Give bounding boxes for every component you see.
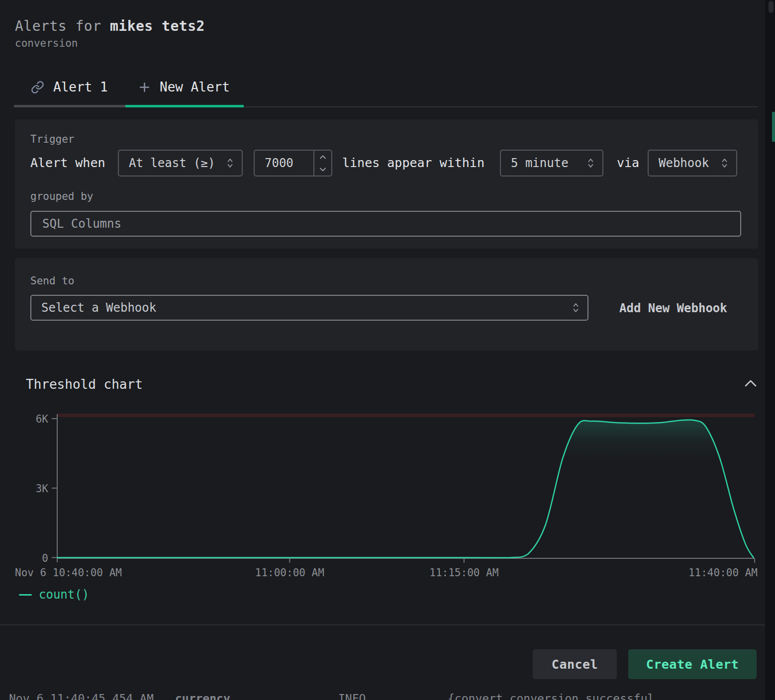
chevron-up-down-icon: [572, 301, 580, 314]
condition-select[interactable]: At least (≥): [118, 150, 243, 176]
log-timestamp: Nov 6 11:40:45.454 AM: [9, 692, 154, 700]
send-to-panel: Send to Select a Webhook Add New Webhook: [15, 258, 758, 350]
x-tick-label: 11:40:00 AM: [688, 567, 758, 579]
y-tick-label: 6K: [36, 413, 49, 425]
x-tick-label: 11:15:00 AM: [429, 567, 498, 579]
alert-dialog: Alerts for mikes tets2 conversion Alert …: [0, 0, 775, 700]
chart-legend: count(): [19, 588, 89, 602]
alert-modal-surface: Alerts for mikes tets2 conversion Alert …: [0, 0, 765, 700]
add-new-webhook-button[interactable]: Add New Webhook: [619, 301, 727, 315]
x-tick-label: 11:00:00 AM: [255, 567, 324, 579]
plus-icon: [138, 81, 151, 93]
threshold-chart-title: Threshold chart: [26, 377, 143, 392]
threshold-band: [57, 414, 755, 417]
background-log-row: Nov 6 11:40:45.454 AM currency INFO {con…: [0, 692, 775, 700]
webhook-select-value: Select a Webhook: [41, 301, 156, 315]
channel-select-value: Webhook: [659, 156, 709, 170]
spinner-down-button[interactable]: [314, 163, 331, 175]
lines-appear-label: lines appear within: [342, 156, 484, 170]
scrollbar-track[interactable]: [765, 0, 775, 700]
scrollbar-thumb[interactable]: [769, 1, 774, 13]
chevron-up-down-icon: [721, 157, 728, 170]
condition-select-value: At least (≥): [129, 156, 215, 170]
tab-alert-1[interactable]: Alert 1: [31, 80, 108, 94]
cancel-button[interactable]: Cancel: [533, 649, 617, 679]
x-tick-label: Nov 6 10:40:00 AM: [15, 567, 122, 579]
send-to-label: Send to: [30, 275, 75, 287]
threshold-input[interactable]: [255, 151, 313, 175]
log-message: {convert conversion successful: [448, 692, 654, 700]
series-area: [57, 420, 754, 558]
footer-divider: [0, 624, 775, 625]
threshold-chart: 6K3K0Nov 6 10:40:00 AM11:00:00 AM11:15:0…: [0, 408, 775, 582]
tabs-bottom-border: [244, 106, 758, 107]
log-service: currency: [175, 692, 230, 700]
alert-when-label: Alert when: [30, 156, 105, 170]
y-tick-label: 3K: [36, 483, 49, 495]
legend-line-swatch: [19, 594, 32, 596]
channel-select[interactable]: Webhook: [648, 150, 737, 176]
tab-inactive-underline: [14, 105, 125, 107]
page-title: Alerts for mikes tets2: [15, 18, 205, 34]
chevron-up-icon: [743, 379, 758, 388]
collapse-chart-button[interactable]: [743, 379, 758, 388]
page-subtitle: conversion: [15, 37, 78, 49]
tab-new-alert[interactable]: New Alert: [138, 80, 230, 94]
chevron-down-icon: [319, 167, 327, 172]
tab-new-alert-label: New Alert: [160, 80, 230, 94]
log-level: INFO: [338, 692, 366, 700]
tab-active-underline: [125, 105, 244, 107]
time-window-select[interactable]: 5 minute: [500, 150, 603, 176]
trigger-section-label: Trigger: [30, 133, 75, 145]
time-window-value: 5 minute: [511, 156, 569, 170]
legend-series-label: count(): [39, 588, 89, 602]
grouped-by-input[interactable]: [30, 211, 741, 237]
page-title-source-name: mikes tets2: [110, 18, 205, 34]
threshold-spinner: [313, 151, 331, 175]
webhook-select[interactable]: Select a Webhook: [30, 295, 588, 321]
chevron-up-down-icon: [226, 157, 234, 170]
chevron-up-down-icon: [587, 157, 594, 170]
grouped-by-label: grouped by: [30, 190, 93, 202]
spinner-up-button[interactable]: [314, 151, 331, 163]
via-label: via: [617, 156, 639, 170]
right-edge-green-sliver: [772, 112, 775, 142]
threshold-input-group: [254, 150, 332, 176]
link-icon: [31, 81, 44, 94]
trigger-panel: Trigger Alert when At least (≥): [15, 119, 758, 249]
page-title-prefix: Alerts for: [15, 18, 101, 34]
chevron-up-icon: [319, 155, 327, 160]
tab-alert-1-label: Alert 1: [53, 80, 108, 94]
y-tick-label: 0: [42, 552, 48, 564]
create-alert-button[interactable]: Create Alert: [628, 649, 757, 679]
